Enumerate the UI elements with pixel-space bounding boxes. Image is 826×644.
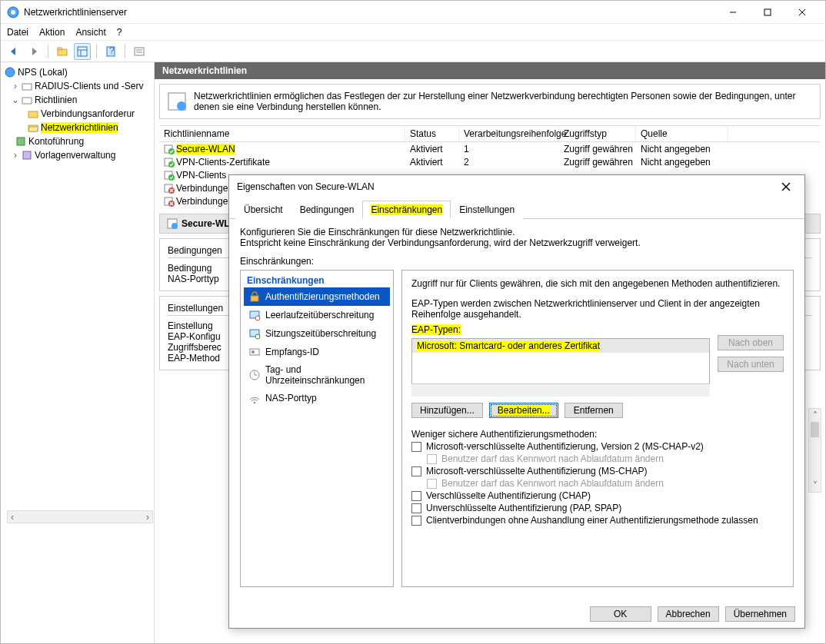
scroll-down-icon[interactable]: ˅	[809, 479, 821, 492]
checkbox[interactable]	[411, 503, 421, 513]
cancel-button[interactable]: Abbrechen	[658, 606, 719, 622]
toolbar-props-button[interactable]	[131, 43, 148, 60]
tree-verbindungsanf[interactable]: Verbindungsanforderur	[41, 108, 135, 119]
constraints-label: Einschränkungen:	[240, 256, 794, 267]
menu-aktion[interactable]: Aktion	[39, 27, 65, 38]
checkbox	[427, 454, 437, 464]
svg-text:?: ?	[109, 46, 115, 56]
toolbar-folder-button[interactable]	[54, 43, 71, 60]
constraint-item-label: Empfangs-ID	[265, 347, 319, 357]
properties-dialog: Eigenschaften von Secure-WLAN Übersicht …	[228, 174, 805, 629]
eap-hscrollbar[interactable]	[411, 383, 710, 397]
checkbox[interactable]	[411, 442, 421, 452]
id-icon	[248, 346, 261, 358]
row-access: Zugriff gewähren	[559, 157, 636, 168]
row-status: Aktiviert	[405, 144, 459, 154]
col-status[interactable]: Status	[405, 126, 459, 141]
checkbox[interactable]	[411, 491, 421, 501]
remove-button[interactable]: Entfernen	[565, 403, 623, 418]
maximize-button[interactable]	[750, 1, 784, 23]
tree-richtlinien[interactable]: Richtlinien	[35, 95, 77, 105]
panel-description-text: Netzwerkrichtlinien ermöglichen das Fest…	[194, 91, 795, 112]
constraint-item[interactable]: Leerlaufzeitüberschreitung	[244, 306, 390, 324]
eap-type-item[interactable]: Microsoft: Smartcard- oder anderes Zerti…	[412, 339, 709, 353]
tree-hscrollbar[interactable]: ‹›	[7, 510, 153, 523]
templates-icon	[21, 149, 33, 161]
checkbox[interactable]	[411, 516, 421, 526]
col-source[interactable]: Quelle	[636, 126, 728, 141]
dialog-description: Konfigurieren Sie die Einschränkungen fü…	[240, 227, 794, 248]
detail-header-text: Secure-WL	[182, 218, 230, 229]
tree-radius[interactable]: RADIUS-Clients und -Serv	[35, 81, 143, 91]
constraint-item[interactable]: Authentifizierungsmethoden	[244, 287, 390, 306]
menu-ansicht[interactable]: Ansicht	[75, 27, 105, 38]
idle-icon	[248, 309, 261, 321]
col-access[interactable]: Zugriffstyp	[559, 126, 636, 141]
nav-tree[interactable]: NPS (Lokal) ›RADIUS-Clients und -Serv ⌄R…	[1, 62, 155, 643]
col-order[interactable]: Verarbeitungsreihenfolge	[459, 126, 559, 141]
close-button[interactable]	[784, 1, 819, 23]
set-label-4: EAP-Method	[168, 353, 220, 363]
svg-rect-19	[28, 111, 38, 118]
svg-rect-22	[23, 151, 31, 159]
scroll-up-icon[interactable]: ˄	[809, 409, 821, 422]
scroll-thumb[interactable]	[811, 422, 819, 437]
forward-button[interactable]	[25, 43, 42, 60]
col-name[interactable]: Richtlinienname	[159, 126, 405, 141]
constraint-item[interactable]: Empfangs-ID	[244, 343, 390, 361]
tree-vorlagen[interactable]: Vorlagenverwaltung	[35, 150, 115, 161]
titlebar: Netzwerkrichtlinienserver	[1, 1, 825, 24]
table-row[interactable]: VPN-Clients-ZertifikateAktiviert2Zugriff…	[159, 155, 821, 168]
move-down-button[interactable]: Nach unten	[718, 357, 784, 372]
folder-icon	[21, 94, 33, 106]
tree-netzwerkrichtlinien[interactable]: Netzwerkrichtlinien	[41, 122, 118, 133]
edit-button[interactable]: Bearbeiten...	[489, 403, 558, 418]
tab-einstellungen[interactable]: Einstellungen	[451, 201, 523, 219]
svg-rect-39	[251, 296, 258, 301]
svg-point-1	[11, 10, 15, 15]
session-icon	[248, 327, 261, 340]
add-button[interactable]: Hinzufügen...	[411, 403, 483, 418]
scroll-left-icon[interactable]: ‹	[11, 512, 14, 523]
move-up-button[interactable]: Nach oben	[718, 335, 784, 350]
chk-mschap2-sub: Benutzer darf das Kennwort nach Ablaufda…	[441, 453, 664, 464]
checkbox[interactable]	[411, 466, 421, 476]
constraint-item-label: Leerlaufzeitüberschreitung	[265, 310, 374, 320]
scroll-right-icon[interactable]: ›	[146, 512, 149, 523]
toolbar-help-button[interactable]: ?	[102, 43, 119, 60]
apply-button[interactable]: Übernehmen	[725, 606, 795, 622]
set-label-2: EAP-Konfigu	[168, 331, 221, 342]
minimize-button[interactable]	[715, 1, 750, 23]
menu-help[interactable]: ?	[117, 27, 122, 38]
svg-point-24	[177, 101, 186, 111]
tab-einschraenkungen[interactable]: Einschränkungen	[362, 201, 451, 219]
ok-button[interactable]: OK	[590, 606, 651, 622]
tab-uebersicht[interactable]: Übersicht	[235, 201, 291, 219]
row-name: Verbindunge	[176, 196, 228, 207]
tree-kontofuehrung[interactable]: Kontoführung	[28, 136, 84, 147]
constraint-item[interactable]: Tag- und Uhrzeiteinschränkungen	[244, 361, 390, 389]
constraint-item[interactable]: Sitzungszeitüberschreitung	[244, 324, 390, 343]
auth-desc-2: EAP-Typen werden zwischen Netzwerkrichtl…	[411, 298, 784, 320]
table-row[interactable]: Secure-WLANAktiviert1Zugriff gewährenNic…	[159, 142, 821, 155]
constraints-list[interactable]: Einschränkungen Authentifizierungsmethod…	[240, 270, 394, 587]
row-source: Nicht angegeben	[636, 157, 728, 168]
accounting-icon	[15, 135, 27, 148]
cond-label-2: NAS-Porttyp	[168, 274, 219, 284]
tab-einschraenkungen-label: Einschränkungen	[371, 204, 442, 215]
eap-types-listbox[interactable]: Microsoft: Smartcard- oder anderes Zerti…	[411, 338, 710, 384]
menu-datei[interactable]: Datei	[7, 27, 28, 38]
detail-vscrollbar[interactable]: ˄ ˅	[808, 408, 821, 493]
policy-status-icon	[164, 144, 175, 154]
dialog-footer: OK Abbrechen Übernehmen	[590, 606, 795, 622]
back-button[interactable]	[5, 43, 22, 60]
svg-point-47	[254, 402, 255, 403]
constraint-item-label: Tag- und Uhrzeiteinschränkungen	[265, 364, 385, 386]
panel-header: Netzwerkrichtlinien	[155, 62, 825, 79]
tab-bedingungen[interactable]: Bedingungen	[291, 201, 363, 219]
dialog-close-button[interactable]	[775, 176, 797, 198]
tree-root[interactable]: NPS (Lokal)	[18, 67, 68, 78]
toolbar-view-button[interactable]	[74, 43, 91, 60]
constraint-item[interactable]: NAS-Porttyp	[244, 389, 390, 407]
svg-point-16	[5, 68, 15, 77]
